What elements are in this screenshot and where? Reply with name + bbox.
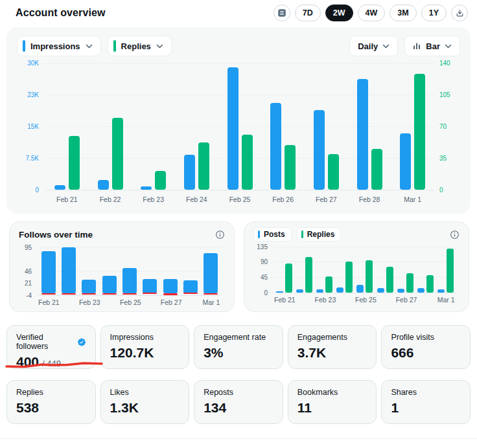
bar-group-feb-27[interactable]: [160, 245, 180, 295]
range-pill-3m[interactable]: 3M: [390, 5, 416, 21]
posts-info-button[interactable]: [450, 230, 460, 240]
bar-group-feb-21[interactable]: [274, 245, 294, 293]
bar-group-feb-22[interactable]: [58, 245, 78, 295]
replies-bar[interactable]: [328, 154, 339, 190]
unfollows-bar[interactable]: [122, 293, 137, 295]
bar-group-feb-24[interactable]: [334, 245, 355, 293]
granularity-dropdown[interactable]: Daily: [349, 36, 398, 56]
impressions-bar[interactable]: [227, 67, 238, 190]
calendar-button[interactable]: [273, 5, 290, 21]
chart-type-dropdown[interactable]: Bar: [404, 36, 460, 56]
bar-group-mar-1[interactable]: [436, 245, 456, 293]
unfollows-bar[interactable]: [143, 293, 157, 294]
impressions-bar[interactable]: [98, 180, 109, 190]
impressions-bar[interactable]: [184, 155, 195, 190]
range-pill-1y[interactable]: 1Y: [421, 5, 447, 21]
replies-bar[interactable]: [414, 74, 425, 190]
bar-group-feb-22[interactable]: [294, 245, 314, 293]
posts-bar[interactable]: [356, 285, 364, 293]
replies-bar[interactable]: [285, 145, 296, 190]
legend-chip-posts[interactable]: Posts: [253, 227, 292, 241]
follows-bar[interactable]: [82, 280, 96, 294]
bar-group-feb-27[interactable]: [305, 63, 348, 190]
bar-group-feb-25[interactable]: [218, 63, 262, 190]
bar-group-feb-21[interactable]: [45, 63, 89, 190]
unfollows-bar[interactable]: [82, 293, 96, 295]
bar-group-feb-25[interactable]: [119, 245, 139, 295]
legend-chip-replies[interactable]: Replies: [297, 227, 342, 241]
replies-bar[interactable]: [325, 276, 332, 293]
replies-bar[interactable]: [69, 136, 80, 190]
replies-bar[interactable]: [285, 263, 292, 293]
posts-bar[interactable]: [417, 288, 425, 293]
impressions-bar[interactable]: [400, 133, 411, 190]
bar-group-mar-1[interactable]: [391, 63, 434, 190]
posts-bar[interactable]: [296, 289, 303, 293]
bar-group-feb-28[interactable]: [348, 63, 391, 190]
bar-group-feb-23[interactable]: [314, 245, 334, 293]
replies-bar[interactable]: [371, 149, 382, 190]
stat-value-number: 134: [204, 400, 226, 416]
series-color-accent: [301, 230, 303, 238]
bar-group-feb-23[interactable]: [132, 63, 175, 190]
replies-bar[interactable]: [366, 260, 373, 293]
bar-group-feb-23[interactable]: [79, 245, 99, 295]
bar-group-feb-22[interactable]: [89, 63, 132, 190]
impressions-bar[interactable]: [141, 186, 152, 190]
follows-info-button[interactable]: [215, 230, 225, 240]
replies-bar[interactable]: [242, 135, 253, 190]
replies-bar[interactable]: [198, 142, 209, 190]
replies-bar[interactable]: [305, 257, 312, 293]
impressions-bar[interactable]: [314, 110, 325, 190]
bar-group-feb-27[interactable]: [395, 245, 415, 293]
follows-bar[interactable]: [41, 251, 56, 293]
follows-bar[interactable]: [204, 253, 218, 293]
bar-group-feb-21[interactable]: [38, 245, 58, 295]
follows-bar[interactable]: [183, 280, 198, 293]
posts-bar[interactable]: [316, 289, 323, 293]
posts-bar[interactable]: [437, 289, 445, 293]
bar-group-feb-28[interactable]: [415, 245, 436, 293]
metric-chip-impressions[interactable]: Impressions: [17, 36, 101, 56]
bar-group-mar-1[interactable]: [201, 245, 221, 295]
bar-group-feb-24[interactable]: [175, 63, 218, 190]
bar-group-feb-28[interactable]: [180, 245, 200, 295]
posts-bar[interactable]: [377, 288, 384, 293]
replies-bar[interactable]: [426, 275, 434, 293]
replies-bar[interactable]: [112, 118, 123, 190]
verified-badge-icon: [77, 337, 86, 347]
replies-bar[interactable]: [447, 249, 454, 293]
posts-bar[interactable]: [276, 291, 283, 293]
posts-bar[interactable]: [397, 289, 404, 293]
replies-bar[interactable]: [386, 267, 393, 293]
follows-bar[interactable]: [163, 279, 178, 293]
impressions-bar[interactable]: [54, 185, 65, 190]
impressions-bar[interactable]: [357, 79, 368, 190]
follows-bar[interactable]: [102, 276, 117, 293]
bar-group-feb-26[interactable]: [375, 245, 395, 293]
posts-bar[interactable]: [336, 287, 343, 293]
bar-group-feb-25[interactable]: [355, 245, 375, 293]
unfollows-bar[interactable]: [163, 293, 178, 295]
unfollows-bar[interactable]: [41, 293, 56, 295]
range-pill-4w[interactable]: 4W: [358, 5, 386, 21]
range-pill-2w[interactable]: 2W: [325, 5, 353, 21]
unfollows-bar[interactable]: [62, 293, 76, 295]
unfollows-bar[interactable]: [102, 293, 117, 295]
follows-bar[interactable]: [62, 247, 76, 293]
replies-bar[interactable]: [345, 262, 353, 293]
replies-bar[interactable]: [406, 273, 413, 293]
metric-chip-replies[interactable]: Replies: [108, 36, 172, 56]
follows-bar[interactable]: [143, 279, 157, 293]
x-axis-label: Mar 1: [391, 196, 434, 203]
unfollows-bar[interactable]: [204, 293, 218, 295]
impressions-bar[interactable]: [270, 103, 281, 190]
bar-group-feb-26[interactable]: [140, 245, 160, 295]
bar-group-feb-26[interactable]: [261, 63, 305, 190]
bar-group-feb-24[interactable]: [99, 245, 119, 295]
download-button[interactable]: [451, 5, 468, 21]
unfollows-bar[interactable]: [183, 293, 198, 294]
range-pill-7d[interactable]: 7D: [295, 5, 321, 21]
follows-bar[interactable]: [122, 268, 137, 293]
replies-bar[interactable]: [155, 171, 166, 190]
